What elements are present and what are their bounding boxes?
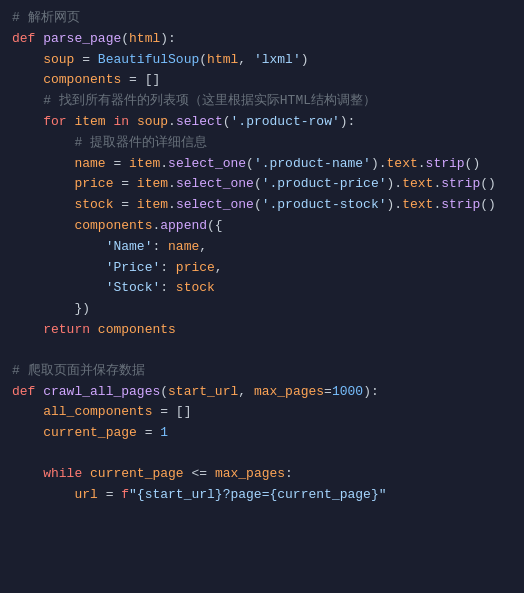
key: 'Name'	[106, 237, 153, 258]
method: select	[176, 112, 223, 133]
method: strip	[441, 195, 480, 216]
colon: :	[348, 112, 356, 133]
var: price	[176, 258, 215, 279]
var: item	[129, 154, 160, 175]
var: url	[74, 485, 97, 506]
code-line	[0, 444, 524, 464]
code-line: })	[0, 299, 524, 320]
code-line: soup = BeautifulSoup(html, 'lxml')	[0, 50, 524, 71]
var: components	[43, 70, 121, 91]
keyword: for	[43, 112, 74, 133]
code-line: stock = item.select_one('.product-stock'…	[0, 195, 524, 216]
bracket: )	[371, 154, 379, 175]
dot: .	[168, 112, 176, 133]
bracket: (	[121, 29, 129, 50]
dot: .	[379, 154, 387, 175]
bracket: (	[254, 174, 262, 195]
code-line: all_components = []	[0, 402, 524, 423]
indent	[12, 154, 74, 175]
dot: .	[160, 154, 168, 175]
indent	[12, 112, 43, 133]
string: '.product-stock'	[262, 195, 387, 216]
number: 1000	[332, 382, 363, 403]
code-line: 'Price': price,	[0, 258, 524, 279]
var: price	[74, 174, 113, 195]
attr: text	[402, 195, 433, 216]
var: current_page	[90, 464, 184, 485]
comma: ,	[238, 50, 254, 71]
indent	[12, 91, 43, 112]
op: = []	[152, 402, 191, 423]
bracket: (	[199, 50, 207, 71]
method: strip	[441, 174, 480, 195]
string: '.product-row'	[231, 112, 340, 133]
dot: .	[152, 216, 160, 237]
indent	[12, 320, 43, 341]
dot: .	[168, 174, 176, 195]
op: =	[106, 154, 129, 175]
bracket: )	[387, 195, 395, 216]
code-line: # 提取器件的详细信息	[0, 133, 524, 154]
colon: :	[160, 278, 176, 299]
bracket: ()	[480, 195, 496, 216]
dot: .	[394, 195, 402, 216]
indent	[12, 50, 43, 71]
keyword: def	[12, 382, 43, 403]
indent	[12, 133, 74, 154]
dot: .	[433, 195, 441, 216]
var: all_components	[43, 402, 152, 423]
indent	[12, 402, 43, 423]
op: =	[113, 195, 136, 216]
comma: ,	[215, 258, 223, 279]
string: 'lxml'	[254, 50, 301, 71]
dot: .	[418, 154, 426, 175]
indent	[12, 174, 74, 195]
indent	[12, 237, 106, 258]
key: 'Stock'	[106, 278, 161, 299]
fstring-prefix: f	[121, 485, 129, 506]
bracket: )	[387, 174, 395, 195]
code-line: price = item.select_one('.product-price'…	[0, 174, 524, 195]
bracket: ({	[207, 216, 223, 237]
comma: ,	[238, 382, 254, 403]
string: '.product-price'	[262, 174, 387, 195]
comment: # 爬取页面并保存数据	[12, 361, 145, 382]
bracket: )	[301, 50, 309, 71]
op: =	[324, 382, 332, 403]
code-line: while current_page <= max_pages:	[0, 464, 524, 485]
code-line: # 找到所有器件的列表项（这里根据实际HTML结构调整）	[0, 91, 524, 112]
bracket: (	[254, 195, 262, 216]
code-line: current_page = 1	[0, 423, 524, 444]
indent	[12, 299, 74, 320]
builtin: BeautifulSoup	[98, 50, 199, 71]
keyword: def	[12, 29, 43, 50]
colon: :	[152, 237, 168, 258]
string: "{start_url}?page={current_page}"	[129, 485, 386, 506]
indent	[12, 258, 106, 279]
var: current_page	[43, 423, 137, 444]
var: item	[74, 112, 105, 133]
keyword: in	[106, 112, 137, 133]
var: stock	[176, 278, 215, 299]
var: components	[98, 320, 176, 341]
code-line: url = f"{start_url}?page={current_page}"	[0, 485, 524, 506]
var: components	[74, 216, 152, 237]
var: html	[207, 50, 238, 71]
param: html	[129, 29, 160, 50]
key: 'Price'	[106, 258, 161, 279]
op: =	[98, 485, 121, 506]
bracket: (	[160, 382, 168, 403]
indent	[12, 464, 43, 485]
var: name	[168, 237, 199, 258]
var: max_pages	[215, 464, 285, 485]
bracket: )	[160, 29, 168, 50]
bracket: })	[74, 299, 90, 320]
var: item	[137, 174, 168, 195]
dot: .	[394, 174, 402, 195]
op: =	[137, 423, 160, 444]
code-line	[0, 341, 524, 361]
indent	[12, 216, 74, 237]
var: stock	[74, 195, 113, 216]
comma: ,	[199, 237, 207, 258]
colon: :	[160, 258, 176, 279]
